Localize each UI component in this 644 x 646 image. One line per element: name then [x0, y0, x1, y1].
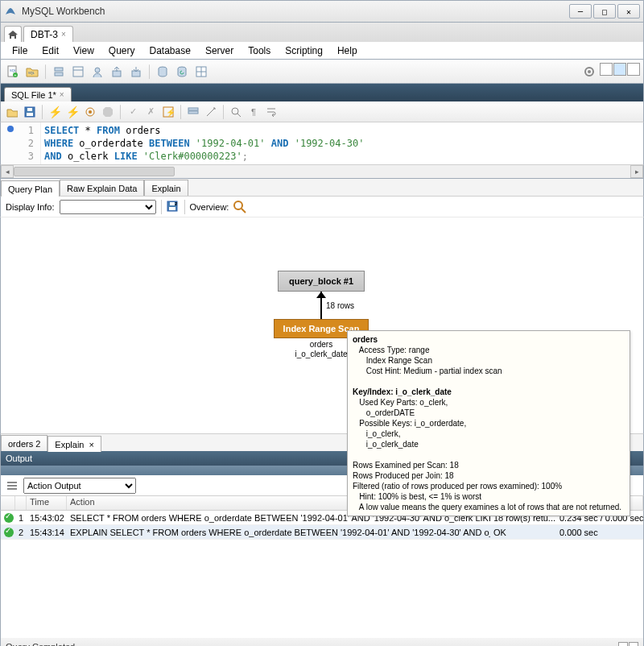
col-time[interactable]: Time: [27, 496, 67, 510]
settings-button[interactable]: [580, 63, 598, 81]
query-plan-canvas[interactable]: query_block #1 18 rows Index Range Scan …: [0, 217, 644, 433]
zoom-button[interactable]: [233, 201, 246, 213]
open-file-button[interactable]: [4, 104, 20, 120]
save-button[interactable]: [22, 104, 38, 120]
tab-explain-result[interactable]: Explain ×: [47, 436, 101, 452]
pane-toggle[interactable]: [618, 642, 628, 647]
stop-button[interactable]: [100, 104, 116, 120]
new-sql-tab-button[interactable]: SQL+: [4, 63, 22, 81]
minimize-button[interactable]: ─: [569, 4, 592, 19]
save-plan-button[interactable]: 2: [167, 201, 180, 213]
scroll-thumb[interactable]: [14, 167, 175, 176]
menu-view[interactable]: View: [67, 43, 101, 58]
tb-button-8[interactable]: [192, 63, 210, 81]
menu-edit[interactable]: Edit: [35, 43, 65, 58]
success-icon: [4, 513, 14, 523]
menu-help[interactable]: Help: [331, 43, 364, 58]
tb-button-7[interactable]: [173, 63, 191, 81]
pane-right-toggle[interactable]: [627, 63, 640, 76]
tb-button-6[interactable]: [154, 63, 171, 81]
db-refresh-icon: [176, 66, 188, 77]
tb-button-1[interactable]: [50, 63, 68, 81]
explain-button[interactable]: [82, 104, 98, 120]
svg-rect-27: [188, 111, 198, 114]
menu-server[interactable]: Server: [199, 43, 240, 58]
close-icon[interactable]: ×: [60, 90, 64, 99]
tb-button-5[interactable]: [127, 63, 145, 81]
menu-database[interactable]: Database: [143, 43, 197, 58]
output-type-select[interactable]: Action Output: [23, 478, 136, 494]
sql-file-tab[interactable]: SQL File 1* ×: [4, 87, 72, 101]
svg-rect-7: [73, 67, 83, 77]
svg-rect-20: [27, 113, 33, 116]
svg-point-28: [232, 108, 238, 114]
menu-scripting[interactable]: Scripting: [279, 43, 329, 58]
display-info-select[interactable]: [60, 200, 156, 214]
query-block-node[interactable]: query_block #1: [278, 271, 365, 292]
close-button[interactable]: ✕: [617, 4, 640, 19]
svg-rect-38: [7, 488, 17, 490]
open-sql-button[interactable]: SQL: [23, 63, 41, 81]
menu-query[interactable]: Query: [102, 43, 142, 58]
separator: [180, 105, 181, 119]
scroll-right-button[interactable]: ▸: [630, 165, 643, 178]
tab-explain[interactable]: Explain: [144, 180, 188, 196]
explain-tab-strip: Query Plan Raw Explain Data Explain: [0, 179, 644, 197]
separator: [120, 105, 121, 119]
window-titlebar: MySQL Workbench ─ □ ✕: [0, 0, 644, 23]
svg-rect-21: [27, 108, 32, 111]
menu-file[interactable]: File: [6, 43, 34, 58]
close-icon[interactable]: ×: [61, 30, 66, 39]
svg-text:+: +: [14, 72, 17, 77]
autocommit-button[interactable]: ⚡: [160, 104, 176, 120]
success-icon: [4, 528, 14, 537]
tb-button-3[interactable]: [89, 63, 106, 81]
output-view-button[interactable]: [4, 478, 20, 494]
pane-toggle[interactable]: [629, 642, 638, 647]
toggle-whitespace-button[interactable]: ¶: [246, 104, 262, 120]
home-tab[interactable]: [4, 26, 22, 42]
tb-button-4[interactable]: [108, 63, 126, 81]
menu-bar: File Edit View Query Database Server Too…: [0, 42, 644, 60]
tab-raw-explain[interactable]: Raw Explain Data: [60, 180, 144, 196]
rollback-button[interactable]: ✗: [142, 104, 159, 120]
connection-tab-label: DBT-3: [31, 29, 58, 40]
svg-point-34: [234, 201, 242, 209]
scroll-left-button[interactable]: ◂: [1, 165, 14, 178]
sql-editor[interactable]: 123 SELECT * FROM orders WHERE o_orderda…: [0, 122, 644, 164]
editor-hscrollbar[interactable]: ◂ ▸: [0, 164, 644, 179]
execute-current-button[interactable]: ⚡: [64, 104, 80, 120]
separator: [161, 200, 162, 214]
code-area[interactable]: SELECT * FROM orders WHERE o_orderdate B…: [41, 122, 367, 164]
execute-button[interactable]: ⚡: [47, 104, 63, 120]
svg-point-23: [89, 110, 92, 114]
svg-line-35: [242, 209, 246, 213]
tab-orders-2[interactable]: orders 2: [1, 435, 47, 451]
commit-button[interactable]: ✓: [125, 104, 141, 120]
save-icon: [24, 106, 35, 118]
beautify-button[interactable]: [203, 104, 219, 120]
tb-button-2[interactable]: [69, 63, 87, 81]
limit-rows-button[interactable]: [185, 104, 201, 120]
pane-bottom-toggle[interactable]: [613, 63, 626, 76]
svg-rect-10: [113, 71, 121, 77]
wand-icon: [205, 106, 217, 118]
menu-tools[interactable]: Tools: [242, 43, 277, 58]
import-icon: [130, 66, 142, 77]
pane-left-toggle[interactable]: [600, 63, 613, 76]
explain-icon: [85, 106, 96, 118]
node-tooltip: orders Access Type: range Index Range Sc…: [347, 330, 630, 516]
output-row[interactable]: 2 15:43:14 EXPLAIN SELECT * FROM orders …: [1, 525, 643, 540]
wrap-button[interactable]: [263, 104, 279, 120]
maximize-button[interactable]: □: [593, 4, 616, 19]
close-icon[interactable]: ×: [89, 440, 93, 449]
find-button[interactable]: [228, 104, 244, 120]
sql-tab-strip: SQL File 1* ×: [0, 84, 644, 101]
tab-query-plan[interactable]: Query Plan: [1, 180, 60, 197]
db-icon: [157, 66, 168, 77]
svg-text:⚡: ⚡: [166, 107, 174, 118]
connection-tab[interactable]: DBT-3 ×: [23, 26, 73, 42]
breakpoint-dot: [7, 126, 14, 132]
svg-line-29: [237, 114, 241, 117]
folder-sql-icon: SQL: [26, 65, 39, 78]
